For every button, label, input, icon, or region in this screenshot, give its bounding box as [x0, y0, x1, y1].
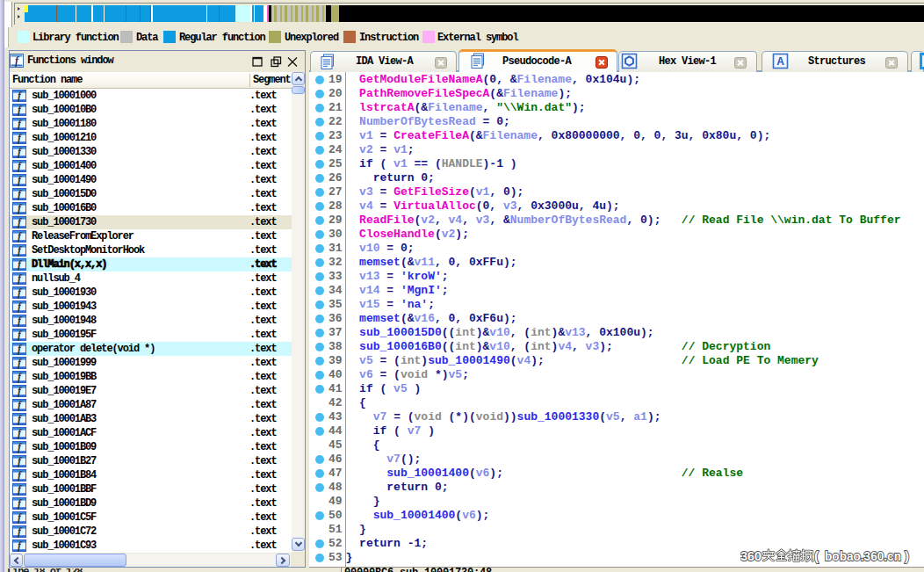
svg-text:A: A [776, 55, 784, 68]
svg-text:): ) [905, 548, 909, 563]
svg-text:(: ( [814, 548, 819, 563]
svg-text:bobao.360.cn: bobao.360.cn [825, 548, 901, 563]
svg-text:360: 360 [740, 548, 762, 563]
